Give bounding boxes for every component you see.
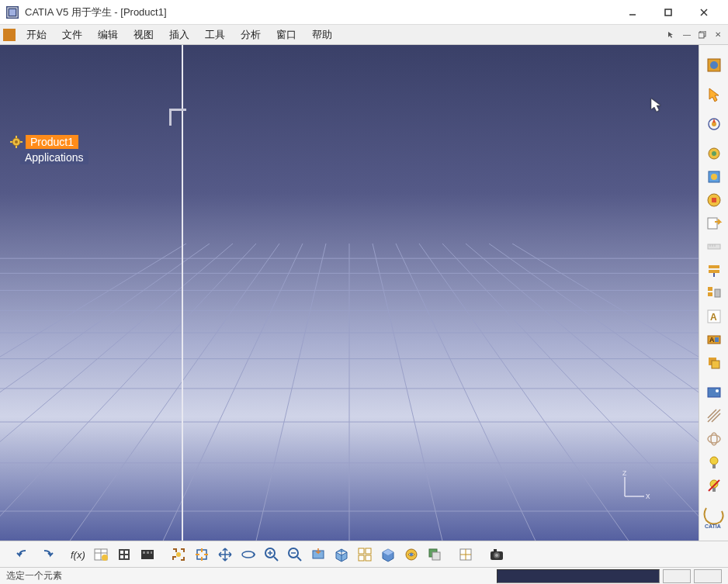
svg-line-96 [274, 557, 278, 561]
normal-view-icon[interactable] [307, 544, 329, 565]
hide-show-icon[interactable] [400, 544, 422, 565]
mdi-close-button[interactable]: ✕ [711, 29, 725, 41]
svg-line-20 [373, 244, 442, 541]
view-wire-icon[interactable] [702, 428, 726, 450]
coord-icon[interactable] [455, 544, 477, 565]
svg-line-29 [0, 244, 210, 541]
status-box-2[interactable] [694, 569, 722, 583]
rotate-icon[interactable] [237, 544, 259, 565]
maximize-button[interactable] [650, 0, 686, 25]
svg-rect-88 [141, 550, 154, 559]
menu-view[interactable]: 视图 [126, 26, 161, 43]
svg-rect-7 [699, 33, 704, 38]
svg-rect-50 [712, 198, 716, 202]
redo-icon[interactable] [36, 544, 57, 565]
svg-rect-115 [494, 549, 497, 551]
shading-icon[interactable] [377, 544, 399, 565]
menu-analyze[interactable]: 分析 [233, 26, 269, 43]
zoom-out-icon[interactable] [284, 544, 306, 565]
svg-point-108 [410, 553, 413, 556]
svg-rect-65 [715, 337, 719, 342]
export-icon[interactable] [702, 213, 726, 234]
fit-icon[interactable] [191, 544, 213, 565]
no-light-icon[interactable] [702, 475, 726, 496]
swap-visible-icon[interactable] [424, 544, 445, 565]
advanced-icon[interactable]: A [702, 329, 726, 351]
menu-help[interactable]: 帮助 [304, 26, 340, 43]
specification-tree[interactable]: Product1 Applications [9, 135, 88, 166]
menu-file[interactable]: 文件 [54, 26, 90, 43]
knowledge-icon[interactable] [702, 143, 726, 164]
knowledge-advisor-icon[interactable] [113, 544, 135, 565]
minimize-button[interactable] [615, 0, 650, 25]
hatch-icon[interactable] [702, 405, 726, 427]
right-toolbar: A A CATIA [699, 45, 728, 541]
capture-icon[interactable] [168, 544, 189, 565]
svg-rect-1 [9, 9, 16, 16]
select-arrow-icon[interactable] [702, 84, 726, 105]
top-left-bracket [169, 109, 186, 126]
mdi-cursor-icon[interactable] [664, 29, 678, 41]
menu-insert[interactable]: 插入 [161, 26, 197, 43]
svg-text:A: A [709, 336, 715, 344]
stack-icon[interactable] [702, 352, 726, 374]
svg-rect-105 [359, 555, 364, 561]
status-prompt: 选定一个元素 [6, 569, 491, 582]
workbench-icon[interactable] [702, 54, 726, 76]
close-button[interactable] [686, 0, 722, 25]
mdi-minimize-button[interactable]: — [680, 29, 694, 41]
light-icon[interactable] [702, 451, 726, 473]
multi-view-icon[interactable] [354, 544, 376, 565]
axis-indicator[interactable]: x z [621, 471, 652, 502]
svg-line-22 [396, 244, 536, 541]
svg-rect-3 [665, 9, 671, 16]
svg-rect-36 [16, 146, 17, 148]
svg-line-32 [512, 244, 699, 541]
app-icon [6, 6, 19, 19]
svg-line-23 [70, 244, 279, 541]
svg-rect-110 [432, 552, 440, 560]
measure-icon[interactable] [702, 236, 726, 257]
pan-icon[interactable] [214, 544, 236, 565]
render-icon[interactable] [702, 382, 726, 403]
tree-applications-label: Applications [20, 150, 88, 164]
svg-rect-68 [708, 388, 720, 397]
svg-point-94 [242, 551, 255, 558]
viewport[interactable]: Product1 Applications x z [0, 45, 699, 541]
svg-text:A: A [710, 312, 717, 323]
svg-rect-103 [359, 548, 364, 554]
undo-icon[interactable] [12, 544, 34, 565]
menu-tools[interactable]: 工具 [197, 26, 233, 43]
compass-icon[interactable] [702, 113, 726, 135]
tree-applications-node[interactable]: Applications [20, 150, 88, 164]
svg-rect-56 [709, 265, 719, 268]
flatten-icon[interactable] [702, 259, 726, 281]
feature-icon[interactable] [702, 189, 726, 211]
svg-rect-84 [120, 551, 123, 554]
svg-text:CATIA: CATIA [705, 524, 721, 529]
formula-icon[interactable]: f(x) [67, 544, 88, 565]
menu-edit[interactable]: 编辑 [90, 26, 126, 43]
tree-icon[interactable] [702, 282, 726, 304]
mdi-restore-button[interactable] [695, 29, 709, 41]
svg-point-42 [710, 61, 718, 69]
svg-rect-90 [147, 551, 149, 554]
menu-window[interactable]: 窗口 [269, 26, 304, 43]
properties-icon[interactable] [702, 166, 726, 188]
iso-view-icon[interactable] [331, 544, 352, 565]
scenes-icon[interactable] [137, 544, 158, 565]
design-table-icon[interactable] [90, 544, 112, 565]
camera-icon[interactable] [486, 544, 508, 565]
svg-line-31 [0, 244, 186, 541]
status-input-field[interactable] [497, 569, 660, 583]
svg-text:f(x): f(x) [71, 549, 85, 561]
tree-product-node[interactable]: Product1 [9, 135, 88, 149]
zoom-in-icon[interactable] [261, 544, 283, 565]
svg-rect-57 [709, 270, 719, 273]
status-box-1[interactable] [663, 569, 691, 583]
svg-point-74 [710, 480, 718, 488]
svg-line-30 [489, 244, 699, 541]
text-icon[interactable]: A [702, 306, 726, 327]
menu-start[interactable]: 开始 [19, 26, 54, 43]
statusbar: 选定一个元素 [0, 567, 728, 584]
